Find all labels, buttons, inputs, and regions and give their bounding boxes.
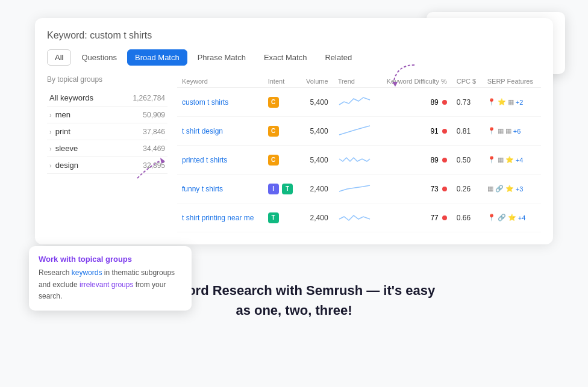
col-cpc: CPC $	[452, 75, 483, 88]
serp-cell: 📍▦⭐+4	[487, 156, 536, 164]
tab-all[interactable]: All	[47, 49, 71, 66]
col-trend: Trend	[333, 75, 378, 88]
cpc-cell: 0.50	[452, 146, 483, 175]
tab-bar: All Questions Broad Match Phrase Match E…	[47, 49, 541, 66]
tooltip-topical-desc: Research keywords in thematic subgroups …	[39, 267, 182, 302]
keyword-link[interactable]: t shirt design	[182, 127, 223, 135]
group-all-label: All keywords	[49, 93, 93, 102]
kd-dot	[442, 158, 447, 163]
volume-cell: 2,400	[299, 203, 333, 232]
trend-cell	[333, 117, 378, 146]
intent-badge-c: C	[268, 97, 279, 108]
tab-questions[interactable]: Questions	[74, 49, 125, 66]
cpc-cell: 0.81	[452, 117, 483, 146]
tab-phrase-match[interactable]: Phrase Match	[190, 49, 254, 66]
group-print[interactable]: › print 37,846	[47, 123, 167, 140]
col-keyword: Keyword	[177, 75, 263, 88]
svg-marker-0	[392, 82, 398, 87]
table-row: custom t shirts C 5,400 89 0.73 📍⭐▦+2	[177, 88, 541, 117]
serp-cell: 📍🔗⭐+4	[487, 214, 536, 221]
kd-dot	[442, 100, 447, 105]
trend-cell	[333, 146, 378, 175]
group-men[interactable]: › men 50,909	[47, 107, 167, 123]
serp-cell: ▦🔗⭐+3	[487, 185, 536, 193]
page-wrapper: Get fresh data Semrush database shows yo…	[35, 18, 553, 244]
keyword-link[interactable]: custom t shirts	[182, 98, 228, 107]
kd-cell: 77	[378, 203, 451, 232]
keyword-link[interactable]: funny t shirts	[182, 185, 223, 193]
col-intent: Intent	[263, 75, 299, 88]
kd-dot	[442, 215, 447, 220]
intent-badge-t: T	[268, 212, 279, 223]
kd-cell: 91	[378, 117, 451, 146]
keyword-table-panel: Keyword Intent Volume Trend Keyword Diff…	[177, 75, 541, 232]
keyword-value: custom t shirts	[90, 30, 152, 40]
table-row: t shirt printing near me T 2,400 77 0.66…	[177, 203, 541, 232]
keyword-link[interactable]: printed t shirts	[182, 156, 227, 164]
intent-badge-t: T	[282, 184, 293, 194]
cpc-cell: 0.66	[452, 203, 483, 232]
trend-cell	[333, 88, 378, 117]
trend-cell	[333, 175, 378, 203]
col-serp: SERP Features	[483, 75, 541, 88]
serp-cell: 📍⭐▦+2	[487, 98, 536, 106]
chevron-icon: ›	[49, 162, 52, 169]
keyword-label: Keyword:	[47, 30, 87, 40]
content-area: By topical groups All keywords 1,262,784…	[47, 75, 541, 232]
keyword-link[interactable]: t shirt printing near me	[182, 214, 254, 222]
tab-related[interactable]: Related	[317, 49, 360, 66]
keyword-header: Keyword: custom t shirts	[47, 30, 541, 41]
bottom-section: Keyword Research with Semrush — it's eas…	[153, 280, 436, 320]
volume-cell: 5,400	[299, 146, 333, 175]
volume-cell: 5,400	[299, 117, 333, 146]
table-row: t shirt design C 5,400 91 0.81 📍▦▦+6	[177, 117, 541, 146]
arrow-fresh-data	[384, 59, 421, 98]
kd-dot	[442, 129, 447, 134]
intent-badge-i: I	[268, 184, 279, 194]
kd-cell: 73	[378, 175, 451, 203]
main-card: Keyword: custom t shirts All Questions B…	[35, 18, 553, 244]
tab-exact-match[interactable]: Exact Match	[256, 49, 315, 66]
group-all-keywords[interactable]: All keywords 1,262,784	[47, 90, 167, 107]
keyword-table: Keyword Intent Volume Trend Keyword Diff…	[177, 75, 541, 232]
tooltip-topical-title: Work with topical groups	[39, 255, 182, 264]
table-row: printed t shirts C 5,400 89 0.50 📍▦⭐+4	[177, 146, 541, 175]
intent-badge-c: C	[268, 126, 279, 137]
volume-cell: 2,400	[299, 175, 333, 203]
volume-cell: 5,400	[299, 88, 333, 117]
arrow-topical	[131, 148, 167, 187]
kd-dot	[442, 187, 447, 191]
tab-broad-match[interactable]: Broad Match	[127, 49, 187, 66]
tooltip-topical-groups: Work with topical groups Research keywor…	[29, 246, 192, 311]
kd-cell: 89	[378, 146, 451, 175]
chevron-icon: ›	[49, 111, 52, 119]
chevron-icon: ›	[49, 145, 52, 152]
chevron-icon: ›	[49, 128, 52, 135]
panel-title: By topical groups	[47, 75, 167, 84]
cpc-cell: 0.26	[452, 175, 483, 203]
table-row: funny t shirts I T 2,400 73	[177, 175, 541, 203]
serp-cell: 📍▦▦+6	[487, 127, 536, 135]
intent-badge-c: C	[268, 155, 279, 166]
svg-marker-1	[160, 158, 165, 164]
col-volume: Volume	[299, 75, 333, 88]
cpc-cell: 0.73	[452, 88, 483, 117]
trend-cell	[333, 203, 378, 232]
bottom-line1: Keyword Research with Semrush — it's eas…	[153, 280, 436, 320]
